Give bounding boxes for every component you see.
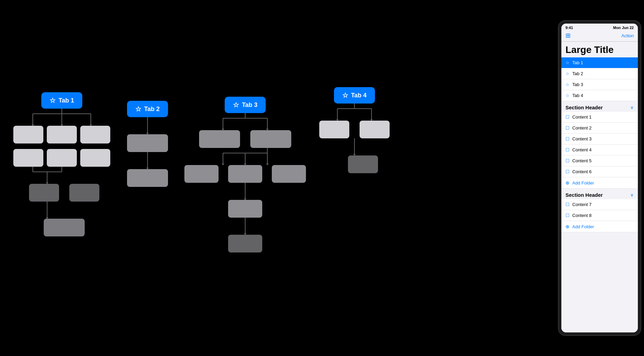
tree4-node-1-2 (360, 121, 390, 138)
tab-item-2[interactable]: ☆ Tab 2 (561, 68, 638, 79)
content-item-7[interactable]: ☐ Content 7 (561, 199, 638, 210)
content-item-3[interactable]: ☐ Content 3 (561, 134, 638, 145)
tab1-label: Tab 1 (58, 97, 74, 104)
tree1-node-2-3 (80, 149, 110, 167)
add-folder-1-icon: ⊕ (565, 180, 570, 186)
tab2-star-icon: ☆ (565, 71, 570, 76)
content-item-6[interactable]: ☐ Content 6 (561, 166, 638, 177)
tab2-label: Tab 2 (144, 106, 160, 113)
section1-header: Section Header (565, 105, 603, 110)
content5-checkbox-icon: ☐ (565, 158, 570, 163)
tab1-sidebar-label: Tab 1 (572, 60, 583, 65)
content-item-1[interactable]: ☐ Content 1 (561, 112, 638, 123)
add-folder-1-label: Add Folder (572, 180, 594, 186)
content-item-2[interactable]: ☐ Content 2 (561, 123, 638, 134)
tree1-row3 (29, 184, 99, 202)
section2-header: Section Header (565, 192, 603, 198)
section2-header-row[interactable]: Section Header ∨ (561, 189, 638, 199)
content5-label: Content 5 (572, 158, 591, 163)
tree4-connector-1 (320, 104, 389, 121)
ipad-nav-bar: ⊞ Action (561, 30, 638, 42)
tree1-row2 (13, 149, 110, 167)
tree3-wrapper: ☆ Tab 3 (184, 97, 306, 252)
section2-chevron-icon[interactable]: ∨ (630, 192, 634, 197)
content2-checkbox-icon: ☐ (565, 125, 570, 131)
tree1-node-3-2 (69, 184, 99, 202)
add-folder-2[interactable]: ⊕ Add Folder (561, 221, 638, 232)
tab2-button[interactable]: ☆ Tab 2 (127, 101, 168, 117)
star-icon-tab1: ☆ (50, 96, 56, 105)
tree3-node-2-3 (272, 165, 306, 183)
tree3-connector-1 (194, 113, 296, 130)
content8-checkbox-icon: ☐ (565, 213, 570, 218)
tree1-wrapper: ☆ Tab 1 (13, 92, 110, 236)
tabs-section: ☆ Tab 1 ☆ Tab 2 ☆ Tab 3 ☆ Tab 4 (561, 57, 638, 101)
tree3-connector-4 (194, 218, 296, 235)
content1-checkbox-icon: ☐ (565, 114, 570, 120)
tab1-button[interactable]: ☆ Tab 1 (41, 92, 82, 109)
section1-header-row[interactable]: Section Header ∨ (561, 101, 638, 112)
tab3-button[interactable]: ☆ Tab 3 (225, 97, 266, 113)
tab4-button[interactable]: ☆ Tab 4 (334, 87, 375, 104)
tree1-gap1 (14, 143, 110, 149)
content-item-4[interactable]: ☐ Content 4 (561, 145, 638, 155)
tab1-star-icon: ☆ (565, 60, 570, 65)
action-button[interactable]: Action (621, 33, 634, 38)
star-icon-tab3: ☆ (233, 101, 239, 109)
tree4-node-1-1 (319, 121, 349, 138)
content8-label: Content 8 (572, 213, 591, 218)
tab-item-1[interactable]: ☆ Tab 1 (561, 57, 638, 68)
tree1-node-2-1 (13, 149, 43, 167)
tab-item-4[interactable]: ☆ Tab 4 (561, 90, 638, 101)
section1-content: ☐ Content 1 ☐ Content 2 ☐ Content 3 ☐ Co… (561, 112, 638, 189)
content2-label: Content 2 (572, 125, 591, 131)
content3-checkbox-icon: ☐ (565, 136, 570, 141)
tab-item-3[interactable]: ☆ Tab 3 (561, 79, 638, 90)
tree1-node-3-1 (29, 184, 59, 202)
tree1-node-4-1 (44, 219, 85, 236)
tree1-connector-3 (14, 202, 110, 219)
tree2-connector-1 (124, 117, 171, 134)
tree1-node-1-2 (47, 126, 77, 143)
ipad-mockup: 9:41 Mon Jun 22 ⊞ Action Large Title ☆ T… (559, 21, 641, 335)
star-icon-tab4: ☆ (342, 91, 348, 99)
tree1-node-1-1 (13, 126, 43, 143)
tree1-node-2-2 (47, 149, 77, 167)
tree4-connector-2 (320, 138, 389, 155)
tab3-label: Tab 3 (242, 101, 257, 109)
tree3-node-2-1 (184, 165, 219, 183)
tree2-wrapper: ☆ Tab 2 (124, 101, 171, 187)
sidebar-toggle-icon[interactable]: ⊞ (565, 32, 571, 39)
tree1-node-1-3 (80, 126, 110, 143)
tree3-node-1-1 (199, 130, 240, 148)
star-icon-tab2: ☆ (135, 105, 141, 113)
content7-label: Content 7 (572, 202, 591, 207)
tab3-sidebar-label: Tab 3 (572, 82, 583, 87)
content-item-5[interactable]: ☐ Content 5 (561, 155, 638, 166)
tree1-row1 (13, 126, 110, 143)
tree3-row2 (184, 165, 306, 183)
canvas-area: ☆ Tab 1 (0, 0, 403, 356)
tree1-connector-2 (14, 167, 110, 184)
content4-checkbox-icon: ☐ (565, 147, 570, 152)
tree4-row1 (319, 121, 390, 138)
tree3-node-3-1 (228, 200, 262, 218)
add-folder-1[interactable]: ⊕ Add Folder (561, 177, 638, 189)
tree3-node-1-2 (250, 130, 291, 148)
content6-checkbox-icon: ☐ (565, 169, 570, 174)
tree2-connector-2 (124, 152, 171, 169)
tree1-row4 (44, 219, 85, 236)
ipad-content[interactable]: Large Title ☆ Tab 1 ☆ Tab 2 ☆ Tab 3 (561, 42, 638, 332)
section1-chevron-icon[interactable]: ∨ (630, 105, 634, 110)
tab4-label: Tab 4 (351, 92, 367, 99)
tab4-star-icon: ☆ (565, 93, 570, 98)
tab3-star-icon: ☆ (565, 82, 570, 87)
tree3-connector-2 (194, 148, 296, 165)
tree2-node-1 (127, 134, 168, 152)
tab4-sidebar-label: Tab 4 (572, 93, 583, 98)
tree3-node-2-2 (228, 165, 262, 183)
tab2-sidebar-label: Tab 2 (572, 71, 583, 76)
content-item-8[interactable]: ☐ Content 8 (561, 210, 638, 221)
section2-content: ☐ Content 7 ☐ Content 8 ⊕ Add Folder (561, 199, 638, 232)
content3-label: Content 3 (572, 136, 591, 141)
